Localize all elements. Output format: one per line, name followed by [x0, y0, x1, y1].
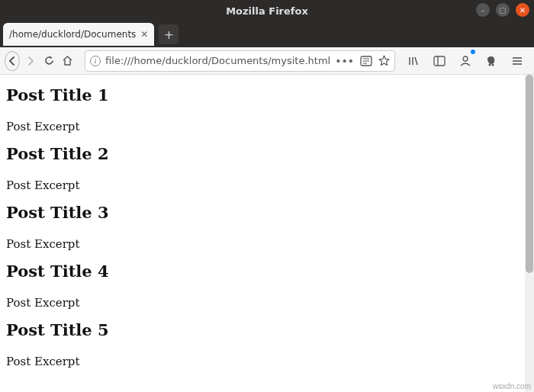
url-bar[interactable]: i file:///home/ducklord/Documents/mysite…: [85, 50, 395, 72]
post: Post Title 5 Post Excerpt: [6, 320, 528, 368]
post-excerpt: Post Excerpt: [6, 178, 528, 192]
window-titlebar: Mozilla Firefox – ▢ ✕: [0, 0, 534, 21]
post-excerpt: Post Excerpt: [6, 296, 528, 310]
sidebar-button[interactable]: [430, 50, 449, 72]
close-button[interactable]: ✕: [516, 3, 529, 17]
back-button[interactable]: [5, 51, 20, 71]
info-icon[interactable]: i: [90, 56, 101, 66]
maximize-button[interactable]: ▢: [496, 3, 510, 17]
window-controls: – ▢ ✕: [476, 3, 529, 17]
post-excerpt: Post Excerpt: [6, 237, 528, 251]
browser-tab[interactable]: /home/ducklord/Documents ✕: [3, 23, 154, 46]
svg-point-10: [488, 63, 491, 66]
post: Post Title 3 Post Excerpt: [6, 203, 528, 251]
watermark: wsxdn.com: [493, 382, 531, 390]
post-excerpt: Post Excerpt: [6, 120, 528, 133]
menu-button[interactable]: [508, 50, 526, 72]
window-title: Mozilla Firefox: [226, 5, 308, 17]
reload-button[interactable]: [41, 50, 57, 72]
reload-icon: [43, 55, 55, 66]
extension-button[interactable]: [482, 50, 500, 72]
arrow-right-icon: [25, 56, 36, 66]
minimize-button[interactable]: –: [476, 3, 490, 17]
post-excerpt: Post Excerpt: [6, 355, 528, 368]
content-area: Post Title 1 Post Excerpt Post Title 2 P…: [0, 75, 534, 392]
new-tab-button[interactable]: +: [159, 24, 179, 44]
sidebar-icon: [433, 56, 446, 66]
gnome-foot-icon: [485, 55, 497, 67]
post: Post Title 1 Post Excerpt: [6, 85, 528, 133]
svg-line-6: [415, 57, 417, 65]
nav-toolbar: i file:///home/ducklord/Documents/mysite…: [0, 47, 534, 75]
post: Post Title 2 Post Excerpt: [6, 144, 528, 192]
library-icon: [407, 55, 420, 67]
notification-dot-icon: [471, 50, 475, 54]
account-icon: [459, 55, 471, 67]
post-title: Post Title 3: [6, 203, 528, 222]
home-button[interactable]: [60, 50, 76, 72]
tab-close-icon[interactable]: ✕: [136, 29, 148, 40]
svg-rect-7: [434, 56, 445, 66]
post-title: Post Title 5: [6, 320, 528, 339]
url-text: file:///home/ducklord/Documents/mysite.h…: [105, 55, 330, 66]
reader-mode-icon[interactable]: [360, 56, 372, 66]
post-title: Post Title 4: [6, 262, 528, 281]
post: Post Title 4 Post Excerpt: [6, 262, 528, 310]
hamburger-icon: [511, 56, 523, 66]
post-title: Post Title 1: [6, 85, 528, 104]
library-button[interactable]: [404, 50, 423, 72]
svg-point-11: [491, 63, 494, 66]
forward-button[interactable]: [23, 50, 39, 72]
rendered-page: Post Title 1 Post Excerpt Post Title 2 P…: [0, 75, 534, 390]
svg-point-9: [463, 56, 468, 61]
account-button[interactable]: [456, 50, 474, 72]
toolbar-right: [404, 50, 529, 72]
scrollbar-thumb[interactable]: [526, 75, 533, 273]
tab-strip: /home/ducklord/Documents ✕ +: [0, 21, 534, 47]
home-icon: [62, 55, 73, 66]
tab-title: /home/ducklord/Documents: [9, 29, 136, 40]
arrow-left-icon: [7, 56, 18, 66]
more-dots-icon[interactable]: •••: [335, 55, 354, 67]
vertical-scrollbar[interactable]: [525, 75, 534, 392]
post-title: Post Title 2: [6, 144, 528, 163]
bookmark-star-icon[interactable]: [378, 55, 390, 66]
